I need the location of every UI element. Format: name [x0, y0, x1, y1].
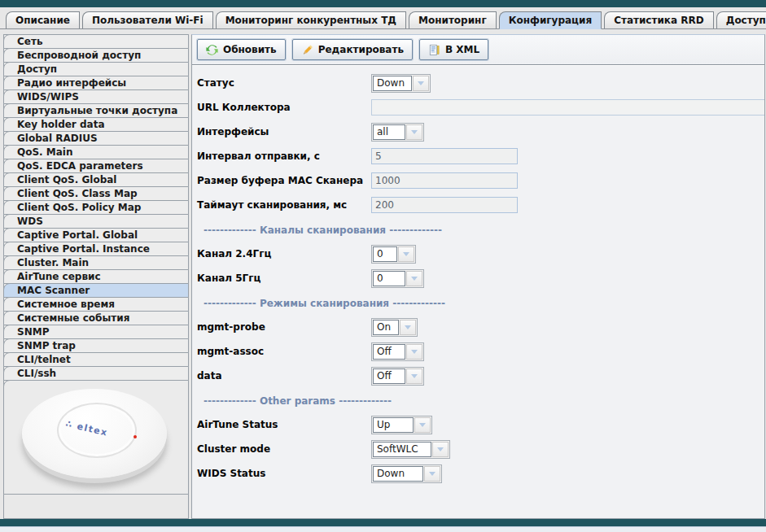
- field-label: WIDS Status: [197, 468, 371, 479]
- sidebar-item-snmp-trap[interactable]: SNMP trap: [3, 338, 189, 353]
- tab-пользователи-wi-fi[interactable]: Пользователи Wi-Fi: [82, 11, 213, 28]
- combobox-data[interactable]: Off: [371, 367, 424, 386]
- sidebar-item-беспроводной-доступ[interactable]: Беспроводной доступ: [3, 48, 189, 63]
- form-row-канал-2-4ггц: Канал 2.4Ггц0: [197, 244, 764, 264]
- window-bottom-strip: [0, 526, 766, 532]
- field-label: Канал 5Ггц: [197, 273, 371, 284]
- chevron-down-icon[interactable]: [406, 271, 422, 286]
- pencil-icon: [301, 44, 313, 56]
- tab-статистика-rrd[interactable]: Статистика RRD: [604, 11, 714, 28]
- sidebar-item-доступ[interactable]: Доступ: [3, 62, 189, 76]
- refresh-button-label: Обновить: [223, 44, 277, 55]
- combobox-value: 0: [373, 271, 405, 286]
- sidebar-item-виртуальные-точки-доступа[interactable]: Виртуальные точки доступа: [3, 103, 189, 118]
- edit-button[interactable]: Редактировать: [292, 39, 413, 60]
- field-label: AirTune Status: [197, 419, 371, 430]
- sidebar-item-cli-ssh[interactable]: CLI/ssh: [3, 366, 189, 381]
- form-row-cluster-mode: Cluster modeSoftWLC: [197, 439, 764, 459]
- form-row-url-коллектора: URL Коллектора: [197, 98, 764, 117]
- xml-doc-icon: [428, 44, 440, 56]
- tab-мониторинг[interactable]: Мониторинг: [409, 11, 497, 28]
- sidebar-item-wds[interactable]: WDS: [3, 214, 189, 229]
- access-point-image: ∴ eltex: [22, 389, 167, 478]
- section-header: ------------- Other params -------------: [204, 395, 764, 407]
- field-label: mgmt-probe: [197, 321, 371, 333]
- chevron-down-icon[interactable]: [406, 124, 422, 140]
- sidebar-item-captive-portal-global[interactable]: Captive Portal. Global: [3, 228, 189, 242]
- combobox-интерфейсы[interactable]: all: [371, 123, 424, 142]
- sidebar-item-captive-portal-instance[interactable]: Captive Portal. Instance: [3, 242, 189, 256]
- chevron-down-icon[interactable]: [424, 466, 440, 482]
- config-form: СтатусDownURL КоллектораИнтерфейсыallИнт…: [192, 64, 764, 518]
- field-label: mgmt-assoc: [197, 346, 371, 357]
- chevron-down-icon[interactable]: [432, 442, 449, 457]
- combobox-value: On: [373, 320, 399, 335]
- sidebar-item-системное-время[interactable]: Системное время: [3, 297, 189, 312]
- field-label: Cluster mode: [197, 443, 371, 455]
- sidebar-item-airtune-сервис[interactable]: AirTune сервис: [3, 269, 189, 284]
- sidebar: СетьБеспроводной доступДоступРадио интер…: [3, 34, 189, 519]
- chevron-down-icon[interactable]: [413, 76, 429, 91]
- field-label: Статус: [197, 77, 371, 89]
- sidebar-item-системные-события[interactable]: Системные события: [3, 311, 189, 325]
- chevron-down-icon[interactable]: [406, 344, 422, 360]
- combobox-cluster-mode[interactable]: SoftWLC: [371, 440, 450, 459]
- window-top-frame: [0, 0, 766, 7]
- sidebar-item-client-qos-policy-map[interactable]: Client QoS. Policy Map: [3, 200, 189, 215]
- form-row-интерфейсы: Интерфейсыall: [197, 122, 764, 142]
- text-input-таймаут-сканирования-мс[interactable]: [371, 197, 518, 213]
- tab-конфигурация[interactable]: Конфигурация: [499, 11, 602, 29]
- tab-описание[interactable]: Описание: [6, 11, 80, 28]
- to-xml-button[interactable]: В XML: [419, 39, 488, 60]
- content-area: СетьБеспроводной доступДоступРадио интер…: [0, 34, 766, 519]
- combobox-mgmt-probe[interactable]: On: [371, 318, 418, 337]
- sidebar-item-cli-telnet[interactable]: CLI/telnet: [3, 352, 189, 367]
- sidebar-item-client-qos-global[interactable]: Client QoS. Global: [3, 172, 189, 187]
- combobox-value: 0: [373, 246, 397, 262]
- combobox-value: SoftWLC: [373, 442, 431, 457]
- text-input-размер-буфера-mac-сканера[interactable]: [371, 172, 518, 189]
- combobox-mgmt-assoc[interactable]: Off: [371, 342, 424, 361]
- edit-button-label: Редактировать: [318, 44, 404, 55]
- text-input-интервал-отправки-с[interactable]: [371, 148, 518, 164]
- field-label: Размер буфера MAC Сканера: [197, 175, 371, 186]
- combobox-канал-2-4ггц[interactable]: 0: [371, 245, 416, 264]
- sidebar-item-wids-wips[interactable]: WIDS/WIPS: [3, 89, 189, 104]
- chevron-down-icon[interactable]: [414, 417, 431, 433]
- sidebar-item-радио-интерфейсы[interactable]: Радио интерфейсы: [3, 76, 189, 90]
- sidebar-item-key-holder-data[interactable]: Key holder data: [3, 117, 189, 132]
- app-window: ОписаниеПользователи Wi-FiМониторинг кон…: [0, 0, 766, 532]
- combobox-канал-5ггц[interactable]: 0: [371, 269, 424, 288]
- combobox-value: Down: [373, 466, 423, 482]
- field-label: Интервал отправки, с: [197, 150, 371, 162]
- form-row-канал-5ггц: Канал 5Ггц0: [197, 268, 764, 288]
- chevron-down-icon[interactable]: [400, 320, 416, 335]
- field-label: Таймаут сканирования, мс: [197, 199, 371, 211]
- combobox-airtune-status[interactable]: Up: [371, 416, 432, 434]
- tab-bar: ОписаниеПользователи Wi-FiМониторинг кон…: [0, 7, 766, 29]
- form-row-wids-status: WIDS StatusDown: [197, 464, 764, 483]
- sidebar-item-mac-scanner[interactable]: MAC Scanner: [3, 283, 189, 298]
- field-label: Канал 2.4Ггц: [197, 248, 371, 259]
- window-bottom-frame: [0, 519, 766, 526]
- sidebar-item-qos-main[interactable]: QoS. Main: [3, 145, 189, 159]
- combobox-статус[interactable]: Down: [371, 74, 431, 93]
- refresh-icon: [206, 44, 218, 56]
- sidebar-item-client-qos-class-map[interactable]: Client QoS. Class Map: [3, 186, 189, 201]
- sidebar-item-cluster-main[interactable]: Cluster. Main: [3, 255, 189, 270]
- combobox-value: Off: [373, 368, 405, 384]
- tab-доступ[interactable]: Доступ: [716, 11, 766, 28]
- text-input-url-коллектора[interactable]: [371, 99, 764, 116]
- chevron-down-icon[interactable]: [406, 368, 422, 384]
- form-row-интервал-отправки-с: Интервал отправки, с: [197, 146, 764, 166]
- sidebar-item-qos-edca-parameters[interactable]: QoS. EDCA parameters: [3, 159, 189, 173]
- form-row-таймаут-сканирования-мс: Таймаут сканирования, мс: [197, 195, 764, 215]
- eltex-logo-mark: ∴: [65, 418, 75, 430]
- tab-мониторинг-конкурентных-тд[interactable]: Мониторинг конкурентных ТД: [216, 11, 406, 28]
- sidebar-item-global-radius[interactable]: Global RADIUS: [3, 131, 189, 146]
- combobox-wids-status[interactable]: Down: [371, 464, 442, 483]
- chevron-down-icon[interactable]: [398, 246, 414, 262]
- refresh-button[interactable]: Обновить: [197, 39, 286, 60]
- sidebar-item-snmp[interactable]: SNMP: [3, 325, 189, 339]
- sidebar-item-сеть[interactable]: Сеть: [3, 34, 189, 49]
